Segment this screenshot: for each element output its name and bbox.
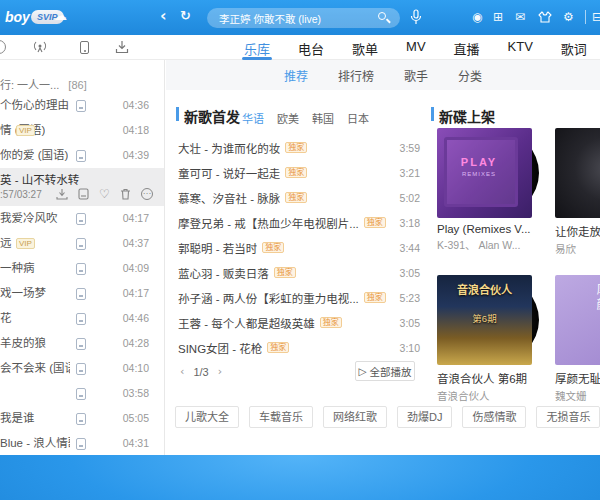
nav-tab[interactable]: MV (392, 35, 440, 60)
settings-gear-icon[interactable]: ⚙ (563, 10, 574, 24)
album-artist[interactable]: 音浪合伙人 (437, 388, 545, 403)
more-options-icon[interactable]: ⋯ (141, 188, 153, 200)
nav-tab[interactable]: 歌词 (547, 35, 600, 60)
subnav-item[interactable]: 歌手 (404, 67, 428, 84)
mv-icon[interactable] (76, 388, 86, 400)
new-song-row[interactable]: 王蓉 - 每个人都是超级英雄 独家 3:05 (178, 310, 420, 335)
album-card[interactable]: 音浪合伙人 第6期 音浪合伙人 第6期 音浪合伙人 (437, 275, 545, 403)
delete-trash-icon[interactable] (120, 188, 131, 200)
playlist-header[interactable]: 行: 一人一... [86] (0, 76, 160, 92)
new-songs-tab[interactable]: 欧美 (277, 110, 299, 126)
new-song-row[interactable]: 孙子涵 - 两人份【彩虹的重力电视... 独家 5:23 (178, 285, 420, 310)
nav-tab[interactable]: 直播 (440, 35, 494, 60)
now-playing-row[interactable]: 英 - 山不转水转 :57/03:27 ♡ ⋯ (0, 168, 165, 206)
mv-icon[interactable] (78, 188, 89, 200)
album-card[interactable]: PLAY REMIXES Play (Remixes V... K-391、 A… (437, 128, 545, 256)
album-cover[interactable]: PLAY REMIXES (437, 128, 532, 218)
cloud-icon[interactable]: ☁ (54, 8, 67, 23)
new-songs-tab[interactable]: 华语 (242, 110, 264, 126)
new-songs-list: 大壮 - 为谁而化的妆 独家 3:59 童可可 - 说好一起走 独家 3:21 … (178, 135, 420, 360)
subnav-item[interactable]: 分类 (458, 67, 482, 84)
new-song-row[interactable]: SING女团 - 花枪 独家 3:10 (178, 335, 420, 360)
playlist-song-row[interactable]: 会不会来 (国语) 04:10 (0, 356, 165, 381)
mic-icon[interactable] (410, 9, 422, 28)
playlist-song-row[interactable]: 戏一场梦 04:17 (0, 281, 165, 306)
playlist-song-row[interactable]: 个伤心的理由 04:36 (0, 93, 165, 118)
album-cover[interactable]: 音浪合伙人 第6期 (437, 275, 532, 365)
playlist-song-row[interactable]: 一种病 04:09 (0, 256, 165, 281)
window-control-icon[interactable]: ⊟ (592, 10, 600, 24)
subnav-item[interactable]: 推荐 (284, 67, 308, 84)
mv-icon[interactable] (76, 238, 86, 250)
playlist-song-row[interactable]: 羊皮的狼 04:28 (0, 331, 165, 356)
back-icon[interactable]: ‹ (160, 6, 167, 25)
album-card[interactable]: 让你走放 易欣 (555, 128, 600, 256)
listen-scan-icon[interactable]: ◉ (472, 10, 482, 24)
page-next-icon[interactable]: › (218, 365, 222, 378)
mv-icon[interactable] (76, 313, 86, 325)
new-song-row[interactable]: 摩登兄弟 - 戒【热血少年电视剧片... 独家 3:18 (178, 210, 420, 235)
refresh-icon[interactable]: ↻ (180, 8, 191, 23)
new-song-row[interactable]: 郭聪明 - 若当时 独家 3:44 (178, 235, 420, 260)
album-cover[interactable] (555, 128, 600, 218)
subnav-item[interactable]: 排行榜 (338, 67, 374, 84)
partial-circle-icon[interactable] (0, 40, 6, 54)
download-icon[interactable] (56, 188, 68, 200)
play-all-button[interactable]: ▷ 全部播放 (355, 361, 415, 381)
mv-icon[interactable] (76, 213, 86, 225)
tag-button[interactable]: 劲爆DJ (397, 406, 452, 428)
playlist-song-row[interactable]: 情 (国语) VIP 04:18 (0, 118, 165, 143)
mv-icon[interactable] (76, 288, 86, 300)
playlist-song-row[interactable]: 你的爱 (国语) 04:39 (0, 143, 165, 168)
device-phone-icon[interactable] (80, 41, 89, 54)
new-song-duration: 5:02 (400, 192, 420, 204)
album-title[interactable]: 厚颜无耻 (555, 370, 600, 386)
playlist-song-row[interactable]: 花 04:46 (0, 306, 165, 331)
mv-icon[interactable] (76, 363, 86, 375)
new-song-row[interactable]: 大壮 - 为谁而化的妆 独家 3:59 (178, 135, 420, 160)
album-artist[interactable]: 易欣 (555, 241, 600, 256)
favorite-heart-icon[interactable]: ♡ (99, 188, 110, 200)
nav-tab[interactable]: 电台 (284, 35, 338, 60)
song-duration: 04:36 (123, 93, 149, 118)
skin-shirt-icon[interactable] (538, 11, 552, 26)
album-title[interactable]: Play (Remixes V... (437, 223, 545, 235)
tag-button[interactable]: 儿歌大全 (175, 406, 239, 428)
playlist-song-row[interactable]: 03:58 (0, 381, 165, 406)
album-title[interactable]: 音浪合伙人 第6期 (437, 370, 545, 386)
mv-icon[interactable] (76, 150, 86, 162)
mv-icon[interactable] (76, 263, 86, 275)
radio-broadcast-icon[interactable] (31, 39, 49, 58)
tag-button[interactable]: 车载音乐 (249, 406, 313, 428)
mv-icon[interactable] (76, 338, 86, 350)
album-card[interactable]: 厚颜 无耻 厚颜无耻 魏文姗 (555, 275, 600, 403)
mv-icon[interactable] (76, 438, 86, 450)
tag-button[interactable]: 伤感情歌 (462, 406, 526, 428)
album-cover[interactable]: 厚颜 无耻 (555, 275, 600, 365)
tag-button[interactable]: 网络红歌 (323, 406, 387, 428)
playlist-song-row[interactable]: 我是谁 05:05 (0, 406, 165, 431)
page-prev-icon[interactable]: ‹ (180, 365, 184, 378)
tag-button[interactable]: 无损音乐 (536, 406, 600, 428)
playlist-song-row[interactable]: 远 VIP 04:37 (0, 231, 165, 256)
mail-icon[interactable]: ✉ (515, 10, 525, 24)
playlist-song-row[interactable]: 我爱冷风吹 04:17 (0, 206, 165, 231)
new-songs-tab[interactable]: 日本 (347, 110, 369, 126)
new-songs-tab[interactable]: 韩国 (312, 110, 334, 126)
search-input[interactable] (207, 8, 400, 28)
new-song-row[interactable]: 童可可 - 说好一起走 独家 3:21 (178, 160, 420, 185)
download-tray-icon[interactable] (115, 40, 129, 57)
album-artist[interactable]: K-391、 Alan W... (437, 237, 545, 252)
mv-icon[interactable] (76, 413, 86, 425)
apps-grid-icon[interactable]: ⊞ (493, 10, 503, 24)
nav-tab[interactable]: KTV (494, 35, 547, 60)
album-title[interactable]: 让你走放 (555, 223, 600, 239)
search-icon[interactable] (378, 12, 386, 20)
album-artist[interactable]: 魏文姗 (555, 388, 600, 403)
new-song-row[interactable]: 蓝心羽 - 贩卖日落 独家 3:05 (178, 260, 420, 285)
playlist-song-row[interactable]: Blue - 浪人情歌 04:31 (0, 431, 165, 455)
nav-tab[interactable]: 乐库 (230, 35, 284, 60)
new-song-row[interactable]: 慕寒、汐音社 - 脉脉 独家 5:02 (178, 185, 420, 210)
mv-icon[interactable] (76, 100, 86, 112)
nav-tab[interactable]: 歌单 (338, 35, 392, 60)
